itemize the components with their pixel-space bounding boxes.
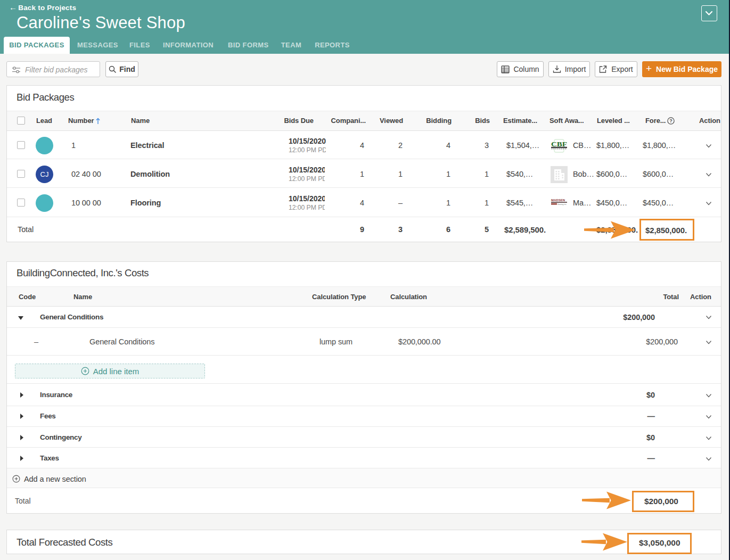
svg-text:?: ?: [669, 118, 672, 123]
svg-text:MADSEN: MADSEN: [551, 199, 565, 202]
svg-text:CBF: CBF: [551, 141, 567, 148]
svg-text:flooring inc: flooring inc: [557, 203, 567, 205]
